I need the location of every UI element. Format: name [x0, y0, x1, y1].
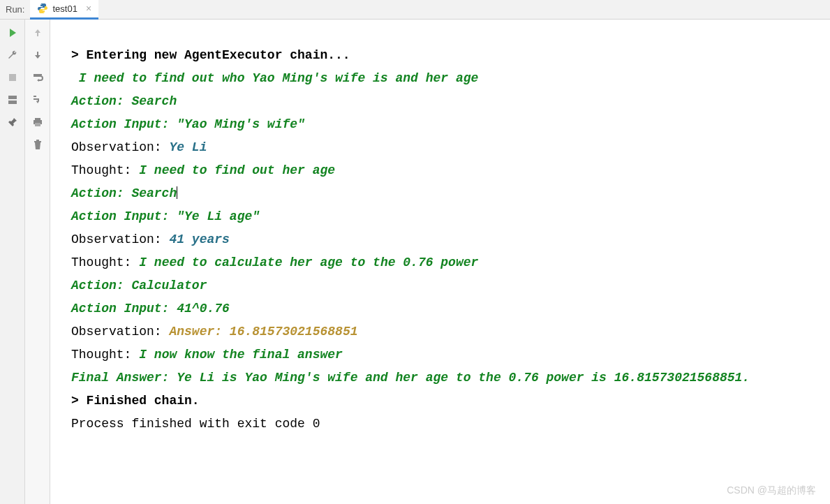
- svg-rect-9: [36, 140, 39, 141]
- console-segment: Thought:: [71, 255, 131, 269]
- console-segment: Action: Search: [71, 94, 177, 108]
- console-segment: Observation:: [71, 325, 169, 339]
- wrench-icon[interactable]: [6, 49, 19, 61]
- console-line: Action Input: "Ye Li age": [71, 205, 816, 228]
- console-segment: Thought:: [71, 348, 131, 362]
- scroll-icon[interactable]: [31, 94, 44, 106]
- left-toolbar: [0, 20, 25, 504]
- console-segment: Thought:: [71, 163, 131, 177]
- close-icon[interactable]: ×: [82, 3, 91, 14]
- print-icon[interactable]: [31, 116, 44, 128]
- console-segment: Action Input: 41^0.76: [71, 302, 230, 316]
- stop-icon[interactable]: [6, 71, 19, 84]
- wrap-icon[interactable]: [31, 71, 44, 84]
- console-line: Action: Calculator: [71, 274, 816, 297]
- python-icon: [37, 3, 48, 14]
- console-line: Action Input: "Yao Ming's wife": [71, 113, 816, 136]
- console-segment: Action: Search: [71, 186, 177, 200]
- svg-rect-7: [35, 123, 40, 126]
- console-line: Thought: I need to find out her age: [71, 159, 816, 182]
- console-segment: Answer: 16.81573021568851: [169, 325, 357, 339]
- console-segment: Observation:: [71, 232, 169, 246]
- console-line: Observation: 41 years: [71, 228, 816, 251]
- console-line: I need to find out who Yao Ming's wife i…: [71, 67, 816, 90]
- run-header: Run: test01 ×: [0, 0, 830, 20]
- console-segment: 41 years: [169, 232, 229, 246]
- svg-rect-3: [8, 96, 17, 99]
- console-segment: I need to find out who Yao Ming's wife i…: [71, 71, 478, 85]
- console-line: Thought: I now know the final answer: [71, 343, 816, 366]
- console-segment: Ye Li: [169, 140, 207, 154]
- console-line: > Entering new AgentExecutor chain...: [71, 44, 816, 67]
- console-segment: > Entering new AgentExecutor chain...: [71, 48, 350, 62]
- text-cursor: [177, 186, 177, 199]
- console-line: Final Answer: Ye Li is Yao Ming's wife a…: [71, 366, 816, 390]
- pin-icon[interactable]: [6, 116, 19, 128]
- console-segment: Process finished with exit code 0: [71, 417, 320, 431]
- up-arrow-icon[interactable]: [31, 27, 44, 39]
- svg-rect-2: [9, 74, 16, 81]
- main-area: > Entering new AgentExecutor chain... I …: [0, 20, 830, 504]
- svg-rect-8: [34, 141, 41, 142]
- console-line: Observation: Answer: 16.81573021568851: [71, 320, 816, 343]
- run-label: Run:: [0, 4, 30, 15]
- layout-icon[interactable]: [6, 94, 19, 106]
- console-line: Process finished with exit code 0: [71, 413, 816, 436]
- console-line: > Finished chain.: [71, 390, 816, 413]
- console-segment: > Finished chain.: [71, 394, 200, 408]
- console-segment: I need to find out her age: [131, 163, 335, 177]
- second-toolbar: [25, 20, 50, 504]
- console-output[interactable]: > Entering new AgentExecutor chain... I …: [50, 20, 830, 504]
- down-arrow-icon[interactable]: [31, 49, 44, 61]
- console-line: Action: Search: [71, 90, 816, 113]
- console-line: Thought: I need to calculate her age to …: [71, 251, 816, 274]
- console-segment: Final Answer: Ye Li is Yao Ming's wife a…: [71, 371, 750, 385]
- svg-rect-5: [35, 118, 40, 120]
- console-segment: I now know the final answer: [131, 348, 342, 362]
- console-segment: I need to calculate her age to the 0.76 …: [131, 255, 478, 269]
- trash-icon[interactable]: [31, 138, 44, 151]
- console-line: Observation: Ye Li: [71, 136, 816, 159]
- console-segment: Action: Calculator: [71, 279, 207, 292]
- console-segment: Action Input: "Ye Li age": [71, 209, 260, 223]
- tab-name: test01: [52, 3, 77, 14]
- svg-point-1: [44, 12, 45, 13]
- run-tab[interactable]: test01 ×: [30, 0, 98, 20]
- console-segment: Observation:: [71, 140, 169, 154]
- console-line: Action Input: 41^0.76: [71, 297, 816, 320]
- console-line: Action: Search: [71, 182, 816, 205]
- svg-rect-4: [8, 101, 17, 104]
- svg-point-0: [41, 4, 42, 5]
- run-icon[interactable]: [6, 27, 19, 39]
- console-segment: Action Input: "Yao Ming's wife": [71, 117, 305, 131]
